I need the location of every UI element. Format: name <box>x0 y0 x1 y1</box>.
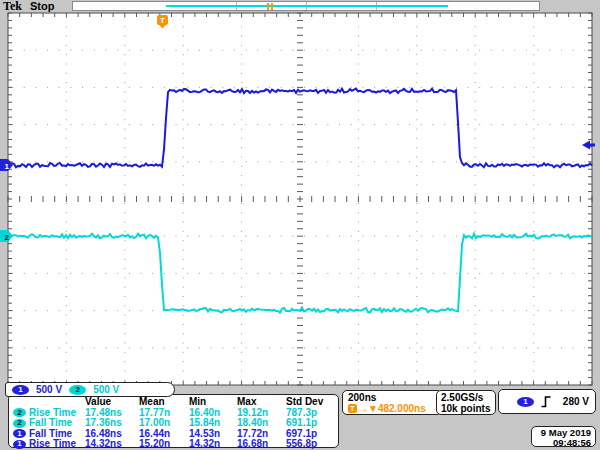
record-window-bracket <box>271 3 273 10</box>
measurement-row: 2Fall Time 17.36ns 17.00n 15.84n 18.40n … <box>13 418 338 429</box>
col-min: Min <box>189 397 237 407</box>
time-label: 09:48:56 <box>532 438 591 448</box>
acquisition-status: Stop <box>30 0 54 12</box>
ch2-scale: 500 V <box>93 384 119 395</box>
acquisition-readout[interactable]: 2.50GS/s 10k points <box>436 390 496 415</box>
record-window-bracket <box>267 3 269 10</box>
col-max: Max <box>237 397 286 407</box>
measurement-row: 1Rise Time 14.32ns 15.20n 14.32n 16.68n … <box>13 439 338 450</box>
measurement-table: Value Mean Min Max Std Dev 2Rise Time 17… <box>8 394 339 448</box>
trigger-delay-value: 482.000ns <box>378 403 426 414</box>
record-view-bar <box>72 1 540 11</box>
col-value: Value <box>85 397 139 407</box>
measurement-header-row: Value Mean Min Max Std Dev <box>13 397 338 408</box>
ch1-badge[interactable]: 1 <box>12 385 29 395</box>
col-std: Std Dev <box>286 397 338 407</box>
datetime-readout: 9 May 2019 09:48:56 <box>531 426 596 447</box>
row-ch-badge: 2 <box>13 419 26 428</box>
col-mean: Mean <box>139 397 189 407</box>
oscilloscope-screen: T 1 2 Tek Stop 1 500 V 2 500 V Value Mea… <box>0 0 600 450</box>
svg-text:2: 2 <box>5 233 10 242</box>
header-bar: Tek Stop <box>0 0 600 13</box>
trigger-delay-t-icon: T <box>348 404 357 413</box>
trigger-source-badge: 1 <box>517 397 534 407</box>
record-length: 10k points <box>441 403 495 414</box>
record-waveform-preview <box>166 5 448 7</box>
trigger-delay-readout: T →▼ 482.000ns <box>348 403 441 414</box>
tek-logo: Tek <box>3 0 22 14</box>
channel-scale-readout[interactable]: 1 500 V 2 500 V <box>5 382 175 397</box>
sample-rate: 2.50GS/s <box>441 392 495 403</box>
timebase-scale: 200ns <box>348 392 441 403</box>
timebase-readout[interactable]: 200ns T →▼ 482.000ns <box>342 390 442 415</box>
ch1-scale: 500 V <box>36 384 62 395</box>
trigger-level-value: 280 V <box>563 396 589 407</box>
row-ch-badge: 1 <box>13 429 26 438</box>
svg-text:1: 1 <box>5 162 10 171</box>
svg-text:T: T <box>160 16 165 25</box>
trigger-delay-arrows: →▼ <box>358 403 378 414</box>
row-ch-badge: 2 <box>13 408 26 417</box>
trigger-readout[interactable]: 1 280 V <box>498 389 596 414</box>
ch2-badge[interactable]: 2 <box>69 385 86 395</box>
row-ch-badge: 1 <box>13 440 26 449</box>
rising-edge-slope-icon <box>540 395 552 408</box>
